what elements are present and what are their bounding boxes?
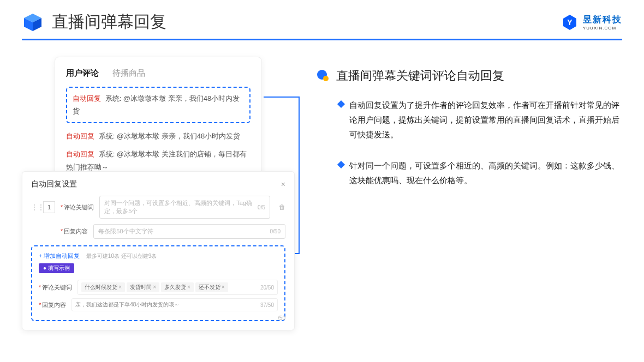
content-input[interactable]: 每条限50个中文字符 0/50 bbox=[93, 224, 285, 239]
add-sub-text: 最多可建10条 还可以创建9条 bbox=[86, 253, 157, 259]
example-box: + 增加自动回复 最多可建10条 还可以创建9条 ● 填写示例 *评论关键词 什… bbox=[31, 245, 285, 321]
section-title: 直播间弹幕关键词评论自动回复 bbox=[336, 68, 504, 84]
outer-count: /50 bbox=[278, 315, 285, 321]
keyword-placeholder: 对同一个问题，可设置多个相近、高频的关键词，Tag确定，最多5个 bbox=[104, 199, 258, 215]
chip[interactable]: 还不发货× bbox=[195, 282, 228, 292]
ex-content-input[interactable]: 亲，我们这边都是下单48小时内发货的哦～ 37/50 bbox=[71, 298, 278, 311]
example-keyword-row: *评论关键词 什么时候发货×发货时间×多久发货×还不发货× 20/50 bbox=[39, 280, 278, 295]
diamond-icon bbox=[337, 161, 345, 168]
comment-text: 系统: @冰墩墩本墩 亲亲，我们48小时内发货 bbox=[99, 132, 241, 140]
settings-card: 自动回复设置 × ⋮⋮ 1 *评论关键词 对同一个问题，可设置多个相近、高频的关… bbox=[22, 171, 295, 330]
settings-title: 自动回复设置 bbox=[31, 179, 77, 189]
brand-logo-icon: Y bbox=[561, 14, 579, 31]
example-content-row: *回复内容 亲，我们这边都是下单48小时内发货的哦～ 37/50 bbox=[39, 298, 278, 311]
section-head: 直播间弹幕关键词评论自动回复 bbox=[317, 68, 622, 84]
comments-card: 用户评论 待播商品 自动回复 系统: @冰墩墩本墩 亲亲，我们48小时内发货 自… bbox=[55, 57, 262, 189]
tabs: 用户评论 待播商品 bbox=[66, 68, 251, 79]
chip[interactable]: 发货时间× bbox=[127, 282, 159, 292]
ex-keyword-input[interactable]: 什么时候发货×发货时间×多久发货×还不发货× 20/50 bbox=[77, 280, 278, 295]
brand-logo: Y 昱新科技 YUUXIN.COM bbox=[561, 14, 622, 31]
content-count: 0/50 bbox=[270, 228, 281, 234]
highlighted-comment: 自动回复 系统: @冰墩墩本墩 亲亲，我们48小时内发货 bbox=[66, 87, 251, 123]
delete-icon[interactable]: 🗑 bbox=[279, 203, 285, 211]
auto-reply-badge: 自动回复 bbox=[66, 132, 94, 140]
cube-icon bbox=[22, 11, 44, 33]
auto-reply-badge: 自动回复 bbox=[66, 150, 94, 158]
left-column: 用户评论 待播商品 自动回复 系统: @冰墩墩本墩 亲亲，我们48小时内发货 自… bbox=[22, 57, 289, 204]
ex-content-label: *回复内容 bbox=[39, 301, 66, 309]
svg-point-5 bbox=[323, 76, 329, 81]
ex-content-text: 亲，我们这边都是下单48小时内发货的哦～ bbox=[75, 301, 180, 309]
content-row: *回复内容 每条限50个中文字符 0/50 bbox=[31, 224, 285, 239]
chip[interactable]: 多久发货× bbox=[161, 282, 194, 292]
comment-item: 自动回复 系统: @冰墩墩本墩 亲亲，我们48小时内发货 bbox=[73, 92, 244, 118]
add-auto-reply-link[interactable]: + 增加自动回复 bbox=[39, 252, 80, 259]
close-icon[interactable]: × bbox=[281, 180, 285, 189]
bullet-text: 针对同一个问题，可设置多个相近的、高频的关键词。例如：这款多少钱、这块能优惠吗、… bbox=[349, 158, 622, 188]
header: 直播间弹幕回复 Y 昱新科技 YUUXIN.COM bbox=[0, 0, 644, 39]
header-divider bbox=[22, 39, 622, 40]
drag-handle-icon[interactable]: ⋮⋮ bbox=[31, 203, 38, 211]
brand-sub: YUUXIN.COM bbox=[583, 26, 622, 31]
content-label: *回复内容 bbox=[61, 227, 88, 236]
right-column: 直播间弹幕关键词评论自动回复 自动回复设置为了提升作者的评论回复效率，作者可在开… bbox=[317, 57, 622, 204]
header-left: 直播间弹幕回复 bbox=[22, 11, 166, 33]
brand-name: 昱新科技 bbox=[583, 14, 622, 26]
row-number: 1 bbox=[43, 201, 55, 213]
tab-pending-products[interactable]: 待播商品 bbox=[112, 68, 145, 79]
ex-content-count: 37/50 bbox=[260, 302, 274, 308]
tab-user-comments[interactable]: 用户评论 bbox=[66, 68, 99, 79]
add-row: + 增加自动回复 最多可建10条 还可以创建9条 bbox=[39, 252, 278, 260]
page-title: 直播间弹幕回复 bbox=[52, 11, 166, 33]
svg-text:Y: Y bbox=[567, 18, 573, 27]
comment-item: 自动回复 系统: @冰墩墩本墩 亲亲，我们48小时内发货 bbox=[66, 130, 251, 142]
auto-reply-badge: 自动回复 bbox=[73, 94, 101, 102]
keyword-input[interactable]: 对同一个问题，可设置多个相近、高频的关键词，Tag确定，最多5个 0/5 bbox=[99, 196, 270, 219]
settings-title-row: 自动回复设置 × bbox=[31, 179, 285, 189]
example-tag: ● 填写示例 bbox=[39, 263, 74, 273]
diamond-icon bbox=[337, 100, 345, 108]
content-placeholder: 每条限50个中文字符 bbox=[98, 227, 153, 236]
bullet-2: 针对同一个问题，可设置多个相近的、高频的关键词。例如：这款多少钱、这块能优惠吗、… bbox=[317, 158, 622, 188]
content: 用户评论 待播商品 自动回复 系统: @冰墩墩本墩 亲亲，我们48小时内发货 自… bbox=[0, 57, 644, 204]
ex-keyword-label: *评论关键词 bbox=[39, 283, 72, 292]
keyword-count: 0/5 bbox=[258, 204, 265, 210]
keyword-label: *评论关键词 bbox=[61, 203, 94, 212]
keyword-row: ⋮⋮ 1 *评论关键词 对同一个问题，可设置多个相近、高频的关键词，Tag确定，… bbox=[31, 196, 285, 219]
chip[interactable]: 什么时候发货× bbox=[81, 282, 125, 292]
ex-kw-count: 20/50 bbox=[260, 285, 274, 291]
chips: 什么时候发货×发货时间×多久发货×还不发货× bbox=[81, 282, 229, 292]
bullet-text: 自动回复设置为了提升作者的评论回复效率，作者可在开播前针对常见的评论用户问题，提… bbox=[349, 98, 622, 142]
chat-dot-icon bbox=[317, 69, 330, 82]
comment-item: 自动回复 系统: @冰墩墩本墩 关注我们的店铺，每日都有热门推荐呦～ bbox=[66, 148, 251, 173]
bullet-1: 自动回复设置为了提升作者的评论回复效率，作者可在开播前针对常见的评论用户问题，提… bbox=[317, 98, 622, 142]
